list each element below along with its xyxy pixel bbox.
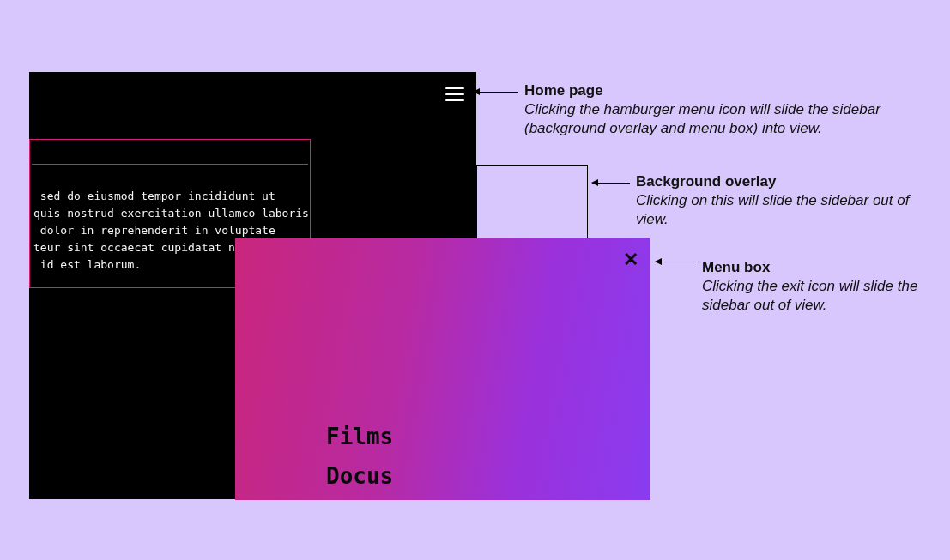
menu-box: ✕ Films Docus — [235, 238, 650, 500]
annotation-home: Home page Clicking the hamburger menu ic… — [524, 81, 919, 138]
annotation-home-desc: Clicking the hamburger menu icon will sl… — [524, 100, 919, 138]
annotation-overlay-title: Background overlay — [636, 172, 928, 191]
arrow-to-home — [474, 92, 518, 93]
annotation-menu-desc: Clicking the exit icon will slide the si… — [702, 277, 934, 315]
arrow-to-overlay — [592, 183, 630, 184]
annotation-overlay: Background overlay Clicking on this will… — [636, 172, 928, 229]
menu-item-films[interactable]: Films — [326, 417, 393, 456]
menu-item-docus[interactable]: Docus — [326, 456, 393, 496]
annotation-menu: Menu box Clicking the exit icon will sli… — [702, 258, 934, 315]
annotation-home-title: Home page — [524, 81, 919, 100]
annotation-menu-title: Menu box — [702, 258, 934, 277]
menu-list: Films Docus — [326, 417, 393, 496]
arrow-to-menu — [656, 262, 696, 262]
close-icon[interactable]: ✕ — [623, 250, 638, 269]
content-divider — [32, 164, 308, 165]
annotation-overlay-desc: Clicking on this will slide the sidebar … — [636, 191, 928, 229]
hamburger-menu-icon[interactable] — [445, 87, 464, 101]
